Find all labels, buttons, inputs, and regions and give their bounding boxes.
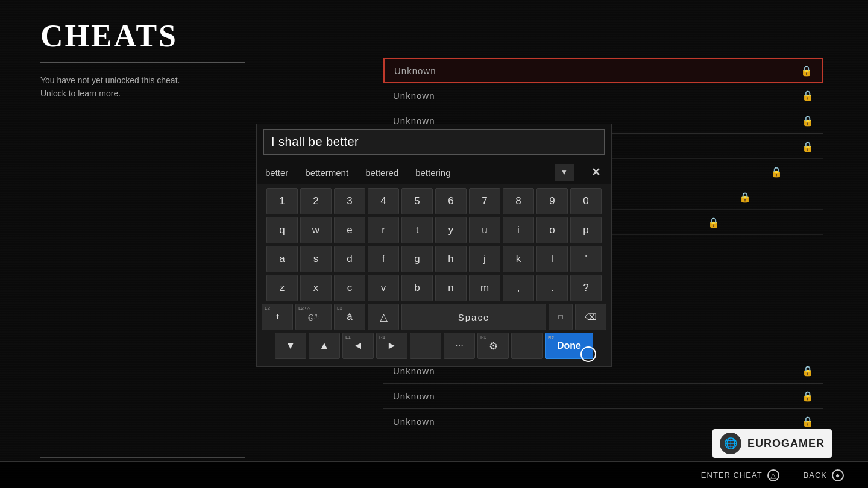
autocomplete-close-button[interactable]: ✕ bbox=[586, 164, 605, 181]
key-right[interactable]: R1 ► bbox=[376, 333, 407, 359]
autocomplete-word-4[interactable]: bettering bbox=[413, 166, 453, 179]
key-triangle[interactable]: △ bbox=[368, 304, 399, 330]
key-k[interactable]: k bbox=[503, 246, 534, 272]
key-h[interactable]: h bbox=[435, 246, 467, 272]
key-8[interactable]: 8 bbox=[503, 188, 534, 214]
key-0[interactable]: 0 bbox=[570, 188, 602, 214]
unlock-message: You have not yet unlocked this cheat. Un… bbox=[40, 74, 354, 101]
lock-icon: 🔒 bbox=[802, 416, 814, 427]
q-row: q w e r t y u i o p bbox=[262, 217, 606, 243]
key-u[interactable]: u bbox=[469, 217, 500, 243]
a-row: a s d f g h j k l ' bbox=[262, 246, 606, 272]
key-9[interactable]: 9 bbox=[536, 188, 568, 214]
l1-label: L1 bbox=[345, 335, 351, 340]
cheat-label: Unknown bbox=[393, 391, 435, 401]
key-w[interactable]: w bbox=[300, 217, 332, 243]
key-1[interactable]: 1 bbox=[266, 188, 298, 214]
key-done[interactable]: R2 Done bbox=[545, 333, 593, 359]
lock-icon: 🔒 bbox=[729, 184, 761, 210]
l3-label: L3 bbox=[337, 306, 342, 311]
r3-label: R3 bbox=[480, 335, 486, 340]
cheat-label: Unknown bbox=[393, 366, 435, 376]
text-input-area bbox=[257, 124, 611, 160]
key-period[interactable]: . bbox=[536, 275, 568, 301]
key-empty1 bbox=[410, 333, 441, 359]
bottom-divider bbox=[40, 457, 245, 458]
key-o[interactable]: o bbox=[536, 217, 568, 243]
key-l[interactable]: l bbox=[536, 246, 568, 272]
key-j[interactable]: j bbox=[469, 246, 500, 272]
key-g[interactable]: g bbox=[401, 246, 433, 272]
key-up[interactable]: ▲ bbox=[309, 333, 340, 359]
key-comma[interactable]: , bbox=[503, 275, 534, 301]
key-ellipsis[interactable]: ··· bbox=[444, 333, 475, 359]
lock-icon: 🔒 bbox=[802, 115, 814, 127]
key-m[interactable]: m bbox=[469, 275, 500, 301]
key-n[interactable]: n bbox=[435, 275, 467, 301]
key-6[interactable]: 6 bbox=[435, 188, 467, 214]
right-arrow-icon: ► bbox=[387, 340, 397, 352]
key-r[interactable]: r bbox=[368, 217, 399, 243]
key-down[interactable]: ▼ bbox=[275, 333, 306, 359]
title-divider bbox=[40, 62, 245, 63]
key-z[interactable]: z bbox=[266, 275, 298, 301]
key-3[interactable]: 3 bbox=[334, 188, 365, 214]
cheat-label: Unknown bbox=[394, 66, 436, 76]
key-apostrophe[interactable]: ' bbox=[570, 246, 602, 272]
autocomplete-bar: better betterment bettered bettering ▼ ✕ bbox=[257, 160, 611, 184]
key-empty2 bbox=[511, 333, 542, 359]
symbols-icon: @#: bbox=[308, 314, 319, 321]
autocomplete-word-1[interactable]: better bbox=[263, 166, 291, 179]
autocomplete-word-3[interactable]: bettered bbox=[363, 166, 401, 179]
key-a[interactable]: a bbox=[266, 246, 298, 272]
key-symbols[interactable]: L2+△ @#: bbox=[295, 304, 332, 330]
upload-icon: ⬆ bbox=[275, 313, 280, 321]
special-row-2: ▼ ▲ L1 ◄ R1 ► ··· R3 ⚙ R2 Done bbox=[262, 333, 606, 359]
key-d[interactable]: d bbox=[334, 246, 365, 272]
autocomplete-dropdown-button[interactable]: ▼ bbox=[555, 164, 574, 181]
key-accent[interactable]: L3 à bbox=[334, 304, 365, 330]
cheat-item[interactable]: Unknown 🔒 bbox=[383, 83, 823, 108]
key-p[interactable]: p bbox=[570, 217, 602, 243]
special-row-1: L2 ⬆ L2+△ @#: L3 à △ Space □ ⌫ bbox=[262, 304, 606, 330]
cheat-label: Unknown bbox=[393, 416, 435, 427]
cheat-label: Unknown bbox=[393, 90, 435, 101]
key-5[interactable]: 5 bbox=[401, 188, 433, 214]
key-left[interactable]: L1 ◄ bbox=[342, 333, 374, 359]
controller-icon: ⚙ bbox=[489, 340, 498, 352]
key-7[interactable]: 7 bbox=[469, 188, 500, 214]
circle-button[interactable]: ● bbox=[832, 469, 844, 481]
keyboard-body: 1 2 3 4 5 6 7 8 9 0 q w e r t y u i o p … bbox=[257, 184, 611, 366]
key-t[interactable]: t bbox=[401, 217, 433, 243]
key-i[interactable]: i bbox=[503, 217, 534, 243]
key-q[interactable]: q bbox=[266, 217, 298, 243]
key-x[interactable]: x bbox=[300, 275, 332, 301]
key-4[interactable]: 4 bbox=[368, 188, 399, 214]
key-y[interactable]: y bbox=[435, 217, 467, 243]
keyboard-modal: better betterment bettered bettering ▼ ✕… bbox=[256, 124, 612, 367]
key-v[interactable]: v bbox=[368, 275, 399, 301]
key-e[interactable]: e bbox=[334, 217, 365, 243]
autocomplete-word-2[interactable]: betterment bbox=[303, 166, 351, 179]
r1-label: R1 bbox=[379, 335, 385, 340]
key-controller[interactable]: R3 ⚙ bbox=[477, 333, 509, 359]
eurogamer-globe-icon: 🌐 bbox=[720, 433, 741, 454]
key-s[interactable]: s bbox=[300, 246, 332, 272]
key-f[interactable]: f bbox=[368, 246, 399, 272]
key-space[interactable]: Space bbox=[401, 304, 546, 330]
key-c[interactable]: c bbox=[334, 275, 365, 301]
key-2[interactable]: 2 bbox=[300, 188, 332, 214]
triangle-button[interactable]: △ bbox=[767, 469, 779, 481]
key-b[interactable]: b bbox=[401, 275, 433, 301]
key-square[interactable]: □ bbox=[549, 304, 573, 330]
lock-icon: 🔒 bbox=[802, 90, 814, 101]
lock-icon: 🔒 bbox=[800, 65, 813, 77]
key-upload[interactable]: L2 ⬆ bbox=[262, 304, 293, 330]
eurogamer-watermark: 🌐 EUROGAMER bbox=[712, 429, 832, 458]
cheat-item[interactable]: Unknown 🔒 bbox=[383, 384, 823, 409]
cheat-text-input[interactable] bbox=[263, 129, 605, 155]
cheat-item-selected[interactable]: Unknown 🔒 bbox=[383, 58, 823, 83]
key-backspace[interactable]: ⌫ bbox=[575, 304, 606, 330]
key-question[interactable]: ? bbox=[570, 275, 602, 301]
l2plus-label: L2+△ bbox=[298, 306, 310, 311]
